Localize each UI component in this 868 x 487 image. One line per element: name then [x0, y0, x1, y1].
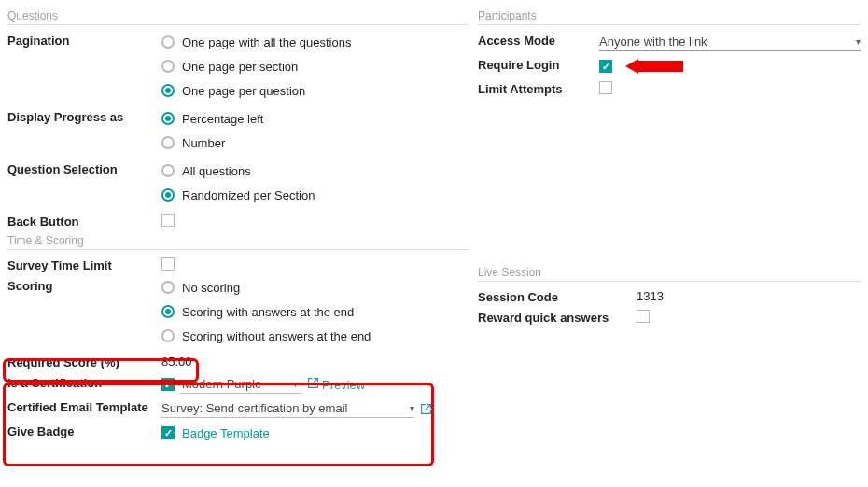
session-code-value[interactable]: 1313	[637, 289, 861, 303]
radio-pagination-question[interactable]	[161, 84, 175, 97]
label-required-score: Required Score (%)	[7, 355, 161, 369]
checkbox-back-button[interactable]	[161, 214, 175, 227]
label-survey-time-limit: Survey Time Limit	[7, 257, 161, 272]
section-header-live-session: Live Session	[478, 266, 861, 282]
checkbox-reward-quick-answers[interactable]	[637, 310, 650, 323]
radio-pagination-section[interactable]	[161, 60, 175, 73]
preview-label: Preview	[322, 378, 365, 392]
section-header-participants: Participants	[478, 9, 861, 25]
access-mode-value: Anyone with the link	[599, 35, 707, 49]
access-mode-select[interactable]: Anyone with the link ▾	[599, 33, 861, 51]
radio-label: One page per section	[182, 60, 298, 74]
label-pagination: Pagination	[7, 33, 161, 48]
label-back-button: Back Button	[7, 214, 161, 229]
label-session-code: Session Code	[478, 289, 637, 304]
radio-scoring-without[interactable]	[161, 329, 175, 342]
radio-label: Randomized per Section	[182, 188, 315, 202]
radio-selection-all[interactable]	[161, 164, 175, 177]
section-header-questions: Questions	[7, 9, 469, 25]
preview-link[interactable]: Preview	[307, 377, 365, 392]
label-is-certification: Is a Certification	[7, 375, 161, 390]
label-reward-quick-answers: Reward quick answers	[478, 310, 637, 325]
radio-progress-number[interactable]	[161, 136, 175, 149]
radio-scoring-none[interactable]	[161, 281, 175, 294]
open-email-template-link[interactable]	[420, 403, 432, 415]
radio-label: One page with all the questions	[182, 35, 351, 49]
radio-pagination-all[interactable]	[161, 35, 175, 49]
radio-label: Scoring with answers at the end	[182, 305, 354, 319]
external-link-icon	[307, 377, 319, 392]
certification-template-value: Modern Purple	[182, 377, 261, 391]
radio-scoring-with[interactable]	[161, 305, 175, 318]
chevron-down-icon: ▾	[856, 36, 861, 47]
section-header-time-scoring: Time & Scoring	[7, 234, 469, 250]
checkbox-require-login[interactable]	[599, 60, 612, 73]
chevron-down-icon: ▾	[410, 403, 414, 413]
checkbox-time-limit[interactable]	[161, 257, 175, 271]
annotation-arrow-icon	[625, 59, 685, 74]
checkbox-limit-attempts[interactable]	[599, 81, 612, 94]
chevron-down-icon: ▾	[293, 379, 298, 389]
radio-label: Scoring without answers at the end	[182, 329, 371, 343]
radio-label: One page per question	[182, 84, 305, 98]
email-template-value: Survey: Send certification by email	[161, 401, 347, 415]
certification-template-select[interactable]: Modern Purple ▾	[180, 375, 301, 394]
radio-progress-percent[interactable]	[161, 112, 175, 125]
label-scoring: Scoring	[7, 278, 161, 293]
label-access-mode: Access Mode	[478, 33, 599, 48]
label-question-selection: Question Selection	[7, 161, 161, 176]
badge-template-link[interactable]: Badge Template	[182, 426, 270, 440]
radio-label: No scoring	[182, 281, 240, 295]
checkbox-give-badge[interactable]	[161, 426, 175, 439]
label-require-login: Require Login	[478, 57, 599, 72]
email-template-select[interactable]: Survey: Send certification by email ▾	[161, 399, 414, 418]
radio-selection-random[interactable]	[161, 188, 175, 202]
checkbox-is-certification[interactable]	[161, 378, 175, 391]
label-give-badge: Give Badge	[7, 424, 161, 438]
label-display-progress: Display Progress as	[7, 109, 161, 124]
label-limit-attempts: Limit Attempts	[478, 81, 599, 96]
radio-label: Number	[182, 136, 225, 150]
label-certified-email-template: Certified Email Template	[7, 399, 161, 415]
radio-label: Percentage left	[182, 112, 263, 126]
radio-label: All questions	[182, 164, 251, 178]
required-score-value[interactable]: 85.00	[161, 355, 469, 369]
